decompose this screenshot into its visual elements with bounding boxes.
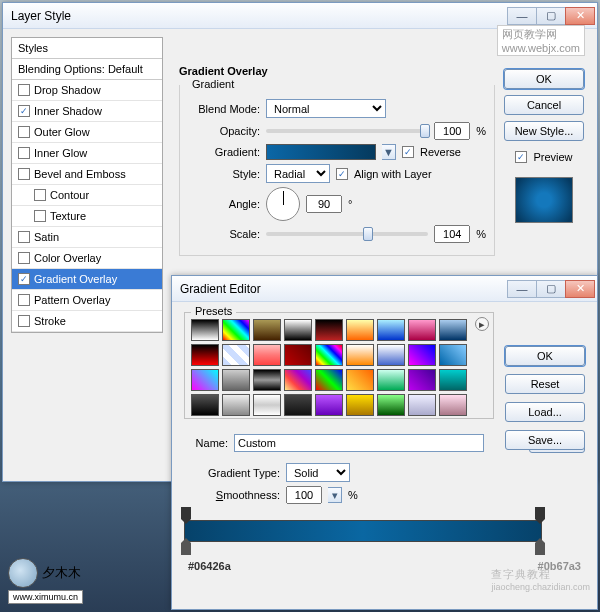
preset-swatch[interactable]: [346, 319, 374, 341]
style-item-contour[interactable]: Contour: [12, 185, 162, 206]
preset-swatch[interactable]: [191, 369, 219, 391]
opacity-stop-left[interactable]: [181, 507, 191, 519]
preset-swatch[interactable]: [377, 319, 405, 341]
ge-ok-button[interactable]: OK: [505, 346, 585, 366]
style-checkbox[interactable]: [18, 315, 30, 327]
preset-swatch[interactable]: [315, 344, 343, 366]
align-checkbox[interactable]: [336, 168, 348, 180]
color-stop-right[interactable]: [535, 543, 545, 555]
blend-mode-select[interactable]: Normal: [266, 99, 386, 118]
preset-swatch[interactable]: [408, 369, 436, 391]
style-checkbox[interactable]: [18, 126, 30, 138]
style-checkbox[interactable]: [18, 294, 30, 306]
style-checkbox[interactable]: [34, 189, 46, 201]
preset-swatch[interactable]: [439, 369, 467, 391]
style-item-pattern-overlay[interactable]: Pattern Overlay: [12, 290, 162, 311]
preset-swatch[interactable]: [408, 394, 436, 416]
preset-swatch[interactable]: [222, 319, 250, 341]
name-input[interactable]: [234, 434, 484, 452]
preset-swatch[interactable]: [253, 344, 281, 366]
preset-swatch[interactable]: [191, 319, 219, 341]
preset-swatch[interactable]: [439, 344, 467, 366]
preset-swatch[interactable]: [346, 344, 374, 366]
preset-swatch[interactable]: [191, 344, 219, 366]
preset-swatch[interactable]: [284, 344, 312, 366]
preset-swatch[interactable]: [253, 319, 281, 341]
presets-options-icon[interactable]: ▸: [475, 317, 489, 331]
style-item-gradient-overlay[interactable]: Gradient Overlay: [12, 269, 162, 290]
preset-swatch[interactable]: [439, 319, 467, 341]
style-checkbox[interactable]: [18, 84, 30, 96]
style-item-satin[interactable]: Satin: [12, 227, 162, 248]
cancel-button[interactable]: Cancel: [504, 95, 584, 115]
preset-swatch[interactable]: [377, 344, 405, 366]
style-item-outer-glow[interactable]: Outer Glow: [12, 122, 162, 143]
reverse-checkbox[interactable]: [402, 146, 414, 158]
style-item-bevel-and-emboss[interactable]: Bevel and Emboss: [12, 164, 162, 185]
preset-swatch[interactable]: [191, 394, 219, 416]
minimize-button[interactable]: —: [507, 7, 537, 25]
angle-dial[interactable]: [266, 187, 300, 221]
preset-swatch[interactable]: [439, 394, 467, 416]
color-stop-left[interactable]: [181, 543, 191, 555]
preset-swatch[interactable]: [346, 394, 374, 416]
smoothness-value[interactable]: [286, 486, 322, 504]
styles-header[interactable]: Styles: [12, 38, 162, 59]
maximize-button[interactable]: ▢: [536, 7, 566, 25]
preview-checkbox[interactable]: [515, 151, 527, 163]
gradient-type-select[interactable]: Solid: [286, 463, 350, 482]
style-checkbox[interactable]: [18, 273, 30, 285]
preset-swatch[interactable]: [377, 394, 405, 416]
style-checkbox[interactable]: [18, 168, 30, 180]
preset-swatch[interactable]: [315, 319, 343, 341]
ge-titlebar[interactable]: Gradient Editor — ▢ ✕: [172, 276, 597, 302]
opacity-stop-right[interactable]: [535, 507, 545, 519]
gradient-bar[interactable]: [184, 520, 542, 542]
ge-load-button[interactable]: Load...: [505, 402, 585, 422]
preset-swatch[interactable]: [253, 394, 281, 416]
ge-reset-button[interactable]: Reset: [505, 374, 585, 394]
gradient-dropdown[interactable]: ▼: [382, 144, 396, 160]
style-checkbox[interactable]: [18, 105, 30, 117]
scale-value[interactable]: [434, 225, 470, 243]
style-item-stroke[interactable]: Stroke: [12, 311, 162, 332]
ge-close[interactable]: ✕: [565, 280, 595, 298]
preset-swatch[interactable]: [315, 369, 343, 391]
style-item-texture[interactable]: Texture: [12, 206, 162, 227]
preset-swatch[interactable]: [253, 369, 281, 391]
new-style-button[interactable]: New Style...: [504, 121, 584, 141]
scale-slider[interactable]: [266, 232, 428, 236]
opacity-slider[interactable]: [266, 129, 428, 133]
preset-swatch[interactable]: [222, 344, 250, 366]
style-item-inner-shadow[interactable]: Inner Shadow: [12, 101, 162, 122]
gradient-swatch[interactable]: [266, 144, 376, 160]
style-checkbox[interactable]: [18, 231, 30, 243]
style-select[interactable]: Radial: [266, 164, 330, 183]
blending-options-header[interactable]: Blending Options: Default: [12, 59, 162, 80]
preset-swatch[interactable]: [284, 394, 312, 416]
preset-swatch[interactable]: [346, 369, 374, 391]
style-item-inner-glow[interactable]: Inner Glow: [12, 143, 162, 164]
preset-swatch[interactable]: [284, 319, 312, 341]
ok-button[interactable]: OK: [504, 69, 584, 89]
ge-save-button[interactable]: Save...: [505, 430, 585, 450]
style-item-color-overlay[interactable]: Color Overlay: [12, 248, 162, 269]
style-checkbox[interactable]: [18, 252, 30, 264]
style-checkbox[interactable]: [34, 210, 46, 222]
style-item-drop-shadow[interactable]: Drop Shadow: [12, 80, 162, 101]
preset-swatch[interactable]: [222, 369, 250, 391]
smoothness-dropdown[interactable]: ▾: [328, 487, 342, 503]
ge-minimize[interactable]: —: [507, 280, 537, 298]
style-checkbox[interactable]: [18, 147, 30, 159]
preset-swatch[interactable]: [408, 319, 436, 341]
preset-swatch[interactable]: [408, 344, 436, 366]
angle-value[interactable]: [306, 195, 342, 213]
preset-swatch[interactable]: [315, 394, 343, 416]
ge-maximize[interactable]: ▢: [536, 280, 566, 298]
preset-swatch[interactable]: [284, 369, 312, 391]
scale-label: Scale:: [188, 228, 260, 240]
preset-swatch[interactable]: [377, 369, 405, 391]
close-button[interactable]: ✕: [565, 7, 595, 25]
opacity-value[interactable]: [434, 122, 470, 140]
preset-swatch[interactable]: [222, 394, 250, 416]
